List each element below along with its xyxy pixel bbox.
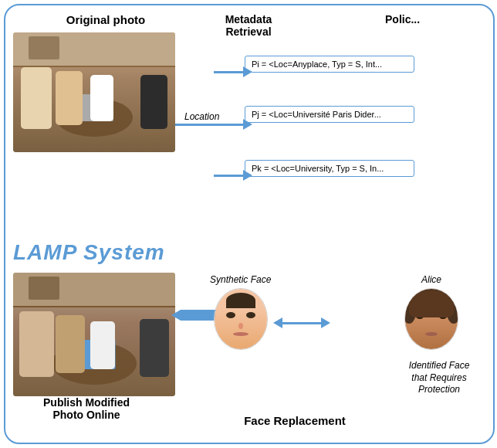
arrow-to-policy3 bbox=[214, 170, 252, 181]
original-photo-image bbox=[13, 32, 175, 152]
metadata-retrieval-label: Metadata Retrieval bbox=[210, 13, 287, 38]
policy-label: Polic... bbox=[385, 13, 493, 25]
policy-box-1: Pi = <Loc=Anyplace, Typ = S, Int... bbox=[245, 56, 414, 73]
identified-face-label: Identified Face that Requires Protection bbox=[393, 360, 485, 396]
face-swap-arrow bbox=[273, 317, 330, 328]
modified-photo-image bbox=[13, 273, 175, 396]
arrow-to-policy1 bbox=[214, 66, 252, 77]
synthetic-face-container: Synthetic Face bbox=[210, 274, 271, 350]
policy-box-3: Pk = <Loc=University, Typ = S, In... bbox=[245, 160, 414, 177]
alice-label: Alice bbox=[404, 274, 458, 285]
lamp-system-label: LAMP System bbox=[13, 240, 165, 265]
synthetic-face-label: Synthetic Face bbox=[210, 274, 271, 285]
alice-face-container: Alice bbox=[404, 274, 458, 350]
main-diagram: Original photo Metadata Retrieval Polic.… bbox=[4, 4, 495, 444]
location-label: Location bbox=[184, 111, 219, 122]
alice-face-image bbox=[404, 288, 458, 350]
face-replacement-label: Face Replacement bbox=[233, 414, 357, 427]
synthetic-face-image bbox=[214, 288, 268, 350]
publish-label: Publish Modified Photo Online bbox=[17, 396, 156, 421]
policy-box-2: Pj = <Loc=Université Paris Dider... bbox=[245, 106, 414, 123]
original-photo-label: Original photo bbox=[44, 13, 167, 26]
